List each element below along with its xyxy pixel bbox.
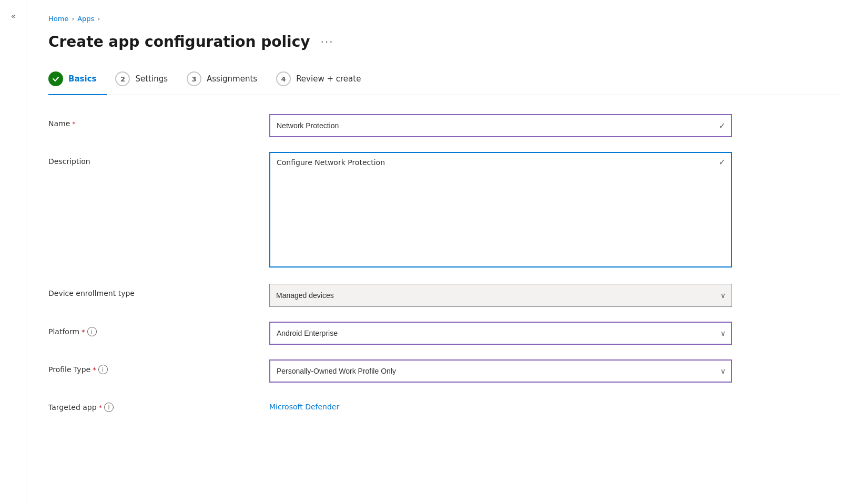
targeted-app-info-icon[interactable]: i: [104, 403, 114, 412]
targeted-app-control-wrap: Microsoft Defender: [269, 397, 732, 411]
targeted-app-required: *: [99, 404, 103, 412]
breadcrumb-home[interactable]: Home: [48, 15, 68, 23]
name-control-wrap: ✓: [269, 114, 732, 137]
platform-label: Platform * i: [48, 322, 269, 336]
profile-type-control-wrap: Personally-Owned Work Profile Only Fully…: [269, 359, 732, 383]
profile-type-label: Profile Type * i: [48, 359, 269, 374]
profile-type-select[interactable]: Personally-Owned Work Profile Only Fully…: [269, 359, 732, 383]
page-title: Create app configuration policy: [48, 33, 310, 50]
profile-type-dropdown-wrap: Personally-Owned Work Profile Only Fully…: [269, 359, 732, 383]
form-row-platform: Platform * i Android Enterprise iOS/iPad…: [48, 322, 732, 345]
platform-required: *: [82, 328, 85, 336]
breadcrumb-apps[interactable]: Apps: [77, 15, 94, 23]
form-section: Name * ✓ Description Configure Net: [48, 114, 732, 420]
description-textarea[interactable]: Configure Network Protection: [269, 152, 732, 268]
device-enrollment-label: Device enrollment type: [48, 284, 269, 297]
step-review-circle: 4: [276, 71, 291, 86]
targeted-app-link[interactable]: Microsoft Defender: [269, 397, 339, 411]
sidebar-collapse-button[interactable]: «: [6, 8, 21, 23]
platform-select[interactable]: Android Enterprise iOS/iPadOS Windows 10…: [269, 322, 732, 345]
page-header: Create app configuration policy ···: [48, 33, 842, 50]
step-settings[interactable]: 2 Settings: [115, 65, 178, 95]
breadcrumb-sep-2: ›: [97, 15, 100, 23]
description-control-wrap: Configure Network Protection ✓: [269, 152, 732, 269]
device-enrollment-control-wrap: Managed devices ∨: [269, 284, 732, 307]
description-check-icon: ✓: [719, 157, 726, 167]
form-row-profile-type: Profile Type * i Personally-Owned Work P…: [48, 359, 732, 383]
more-options-button[interactable]: ···: [317, 34, 338, 50]
platform-dropdown-wrap: Android Enterprise iOS/iPadOS Windows 10…: [269, 322, 732, 345]
name-label: Name *: [48, 114, 269, 128]
step-settings-label: Settings: [135, 74, 168, 84]
step-basics[interactable]: Basics: [48, 65, 107, 95]
step-settings-circle: 2: [115, 71, 130, 86]
name-check-icon: ✓: [719, 121, 726, 131]
profile-type-info-icon[interactable]: i: [98, 365, 108, 374]
platform-control-wrap: Android Enterprise iOS/iPadOS Windows 10…: [269, 322, 732, 345]
device-enrollment-dropdown-wrap: Managed devices ∨: [269, 284, 732, 307]
form-row-targeted-app: Targeted app * i Microsoft Defender: [48, 397, 732, 420]
step-assignments-label: Assignments: [207, 74, 257, 84]
form-row-device-enrollment: Device enrollment type Managed devices ∨: [48, 284, 732, 307]
form-row-description: Description Configure Network Protection…: [48, 152, 732, 269]
step-review-label: Review + create: [296, 74, 361, 84]
name-required: *: [72, 120, 76, 128]
breadcrumb: Home › Apps ›: [48, 15, 842, 23]
description-textarea-wrap: Configure Network Protection ✓: [269, 152, 732, 269]
form-row-name: Name * ✓: [48, 114, 732, 137]
profile-type-required: *: [93, 366, 96, 374]
name-input[interactable]: [269, 114, 732, 137]
name-input-wrap: ✓: [269, 114, 732, 137]
step-assignments-circle: 3: [187, 71, 201, 86]
step-basics-circle: [48, 71, 63, 86]
sidebar: «: [0, 0, 27, 504]
targeted-app-label: Targeted app * i: [48, 397, 269, 412]
breadcrumb-sep-1: ›: [72, 15, 74, 23]
wizard-steps: Basics 2 Settings 3 Assignments 4 Review…: [48, 65, 842, 95]
main-content: Home › Apps › Create app configuration p…: [27, 0, 863, 504]
device-enrollment-select[interactable]: Managed devices: [269, 284, 732, 307]
description-label: Description: [48, 152, 269, 166]
step-assignments[interactable]: 3 Assignments: [187, 65, 268, 95]
step-basics-label: Basics: [68, 74, 96, 84]
step-review[interactable]: 4 Review + create: [276, 65, 371, 95]
platform-info-icon[interactable]: i: [87, 327, 97, 336]
